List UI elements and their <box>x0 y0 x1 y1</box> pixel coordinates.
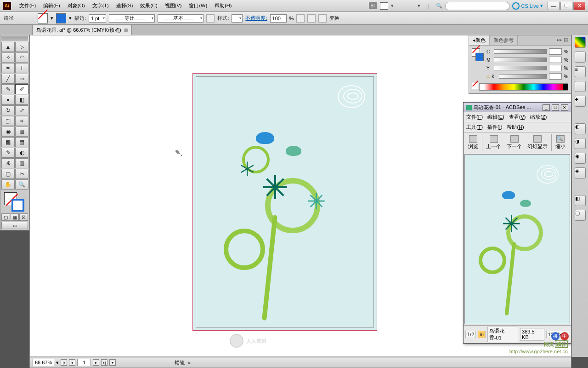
screen-mode-button[interactable]: ▭ <box>1 222 28 229</box>
acdsee-preview[interactable] <box>464 154 570 324</box>
menu-t[interactable]: 文字(T) <box>89 1 113 11</box>
panel-stroke-swatch[interactable] <box>475 53 484 61</box>
rectangle-tool[interactable]: ▭ <box>15 74 28 84</box>
acdsee-zoomout-button[interactable]: 🔍缩小 <box>554 134 567 151</box>
menu-c[interactable]: 效果(C) <box>136 1 161 11</box>
k-slider[interactable] <box>499 74 547 79</box>
menu-o[interactable]: 对象(O) <box>64 1 89 11</box>
document-tab[interactable]: 鸟语花香. ai* @ 66.67% (CMYK/预览) ⊠ <box>32 25 132 35</box>
menu-e[interactable]: 编辑(E) <box>40 1 64 11</box>
line-tool[interactable]: ╱ <box>1 74 15 84</box>
hand-tool[interactable]: ✋ <box>1 179 15 190</box>
menu-f[interactable]: 文件(F) <box>16 1 40 11</box>
menu-v[interactable]: 视图(V) <box>161 1 186 11</box>
acdsee-slide-button[interactable]: 幻灯显示 <box>526 134 549 151</box>
m-slider[interactable] <box>494 58 547 62</box>
warp-tool[interactable]: ⬚ <box>1 116 15 126</box>
pencil-tool[interactable]: ✐ <box>15 84 28 94</box>
transform-label[interactable]: 变换 <box>329 15 339 22</box>
m-value[interactable] <box>549 57 562 63</box>
selection-tool[interactable]: ▲ <box>1 42 15 52</box>
acdsee-menu-h[interactable]: 帮助(H) <box>507 124 524 131</box>
minimize-button[interactable]: — <box>548 2 560 10</box>
zoom-tool[interactable]: 🔍 <box>15 179 28 190</box>
dock-gradient-icon[interactable]: ◑ <box>575 138 586 149</box>
spectrum-bar[interactable] <box>479 83 568 91</box>
perspective-tool[interactable]: ▦ <box>15 126 28 137</box>
dock-artboards-icon[interactable]: ▢ <box>575 210 586 221</box>
c-slider[interactable] <box>494 49 547 54</box>
blob-tool[interactable]: ● <box>1 95 15 105</box>
maximize-button[interactable]: ☐ <box>560 2 572 10</box>
menu-w[interactable]: 窗口(W) <box>185 1 211 11</box>
y-value[interactable] <box>549 65 562 71</box>
panel-menu-icon[interactable]: ▸▸ ▤ <box>554 35 571 45</box>
acdsee-menu-i[interactable]: 插件(I) <box>487 124 502 131</box>
acdsee-menu-t[interactable]: 工具(T) <box>466 124 483 131</box>
stroke-weight-field[interactable]: 1 pt <box>89 14 106 23</box>
k-value[interactable] <box>549 73 562 80</box>
dock-swatches-icon[interactable] <box>575 52 586 63</box>
acdsee-menu-f[interactable]: 文件(F) <box>466 114 483 121</box>
blend-tool[interactable]: ◐ <box>15 148 28 158</box>
close-tab-icon[interactable]: ⊠ <box>124 28 128 33</box>
zoom-field[interactable]: 66.67% <box>33 359 54 366</box>
direct-select-tool[interactable]: ▷ <box>15 42 28 52</box>
next-artboard-button[interactable]: ▸ <box>93 359 99 366</box>
panel-grip[interactable] <box>1 36 28 41</box>
arrange-documents-button[interactable] <box>380 2 388 10</box>
c-value[interactable] <box>549 48 562 55</box>
search-input[interactable] <box>445 2 509 10</box>
menu-s[interactable]: 选择(S) <box>113 1 137 11</box>
transform-icon[interactable] <box>318 14 327 23</box>
acdsee-min-button[interactable]: _ <box>543 104 550 111</box>
none-swatch[interactable] <box>472 83 478 89</box>
menu-h[interactable]: 帮助(H) <box>211 1 235 11</box>
acdsee-close-button[interactable]: ✕ <box>561 104 568 111</box>
gradient-mode-button[interactable]: ▦ <box>11 213 19 221</box>
brush-options-icon[interactable] <box>206 14 215 23</box>
artboard-nav-button[interactable]: ▾ <box>109 359 116 366</box>
acdsee-titlebar[interactable]: 鸟语花香-01 - ACDSee ... _ ☐ ✕ <box>464 103 571 112</box>
y-slider[interactable] <box>494 66 547 70</box>
fill-stroke-control[interactable] <box>1 191 28 213</box>
stroke-indicator[interactable] <box>11 199 24 212</box>
acdsee-browse-button[interactable]: 浏览 <box>466 134 480 151</box>
style-drop[interactable] <box>232 14 243 23</box>
acdsee-prev-button[interactable]: 上一个 <box>484 134 503 151</box>
acdsee-menu-v[interactable]: 查看(V) <box>509 114 526 121</box>
magic-wand-tool[interactable]: ✧ <box>1 52 15 63</box>
fill-swatch[interactable] <box>38 13 48 23</box>
paintbrush-tool[interactable]: ✎ <box>1 84 15 94</box>
none-mode-button[interactable]: ☒ <box>19 213 28 221</box>
artboard-tool[interactable]: ▢ <box>1 169 15 179</box>
first-artboard-button[interactable]: |◂ <box>61 359 67 366</box>
lasso-tool[interactable]: ◠ <box>15 52 28 63</box>
stroke-swatch[interactable] <box>56 13 66 23</box>
dock-layers-icon[interactable]: ◧ <box>575 195 586 206</box>
scale-tool[interactable]: ⤢ <box>15 105 28 115</box>
color-tab[interactable]: ◂颜色 <box>469 35 490 45</box>
ime-indicator[interactable]: 拼 中 <box>551 332 569 340</box>
opacity-link[interactable]: 不透明度: <box>245 15 267 22</box>
color-mode-button[interactable]: ▢ <box>1 213 10 221</box>
prev-artboard-button[interactable]: ◂ <box>69 359 75 366</box>
mesh-tool[interactable]: ▩ <box>1 137 15 147</box>
color-guide-tab[interactable]: 颜色参考 <box>490 35 518 45</box>
eraser-tool[interactable]: ◧ <box>15 95 28 105</box>
type-tool[interactable]: T <box>15 63 28 73</box>
last-artboard-button[interactable]: ▸| <box>101 359 107 366</box>
slice-tool[interactable]: ✂ <box>15 169 28 179</box>
profile-drop[interactable]: —— 等比 —— <box>109 14 155 23</box>
opacity-field[interactable]: 100 <box>270 14 287 23</box>
pen-tool[interactable]: ✒ <box>1 63 15 73</box>
acdsee-menu-z[interactable]: 缩放(Z) <box>530 114 547 121</box>
artboard-number-field[interactable]: 1 <box>77 359 91 366</box>
align-icon[interactable] <box>307 14 316 23</box>
dock-transparency-icon[interactable]: ◐ <box>575 123 586 134</box>
dock-color-icon[interactable] <box>575 37 586 48</box>
dock-symbols-icon[interactable]: ♣ <box>575 96 586 107</box>
acdsee-max-button[interactable]: ☐ <box>552 104 559 111</box>
dock-brushes-icon[interactable] <box>575 81 586 92</box>
close-button[interactable]: ✕ <box>573 2 585 10</box>
